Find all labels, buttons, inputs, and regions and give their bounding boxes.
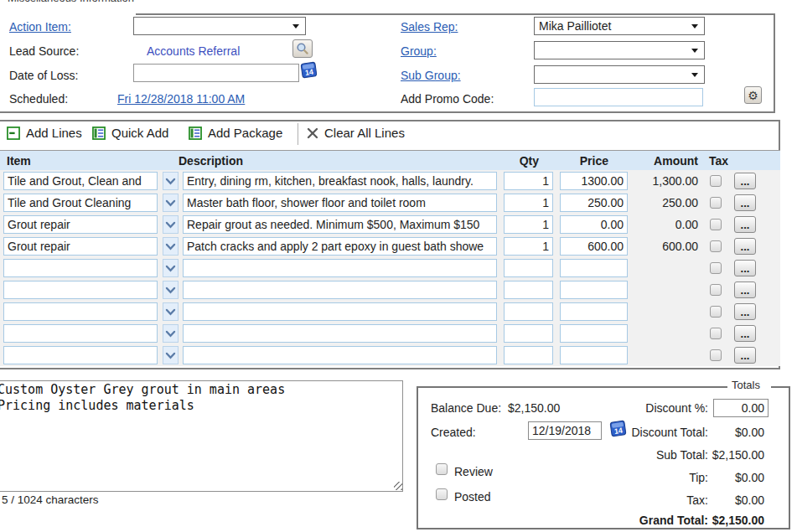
tax-checkbox[interactable] — [710, 349, 722, 361]
item-input[interactable] — [3, 215, 158, 234]
action-item-select[interactable] — [133, 17, 306, 35]
item-input[interactable] — [3, 346, 158, 364]
price-input[interactable] — [560, 237, 628, 256]
tax-checkbox[interactable] — [710, 328, 722, 339]
notes-char-count: 5 / 1024 characters — [2, 493, 99, 506]
row-options-button[interactable]: ... — [734, 281, 756, 298]
group-select[interactable] — [534, 41, 705, 59]
item-input[interactable] — [3, 237, 158, 256]
review-label: Review — [454, 465, 493, 478]
description-input[interactable] — [183, 302, 497, 321]
item-input[interactable] — [3, 259, 158, 277]
scheduled-label: Scheduled: — [9, 92, 68, 106]
tax-checkbox[interactable] — [710, 306, 722, 318]
add-package-button[interactable]: Add Package — [189, 126, 282, 140]
promo-code-options-button[interactable]: ⚙ — [744, 86, 762, 104]
tax-checkbox[interactable] — [710, 219, 722, 230]
description-input[interactable] — [183, 259, 497, 277]
sub-group-select[interactable] — [534, 65, 705, 84]
price-input[interactable] — [560, 302, 628, 321]
item-dropdown-button[interactable] — [163, 346, 179, 364]
row-options-button[interactable]: ... — [734, 325, 756, 342]
description-input[interactable] — [183, 324, 497, 343]
item-dropdown-button[interactable] — [163, 302, 179, 321]
lead-source-value-link[interactable]: Accounts Referral — [147, 44, 240, 58]
qty-input[interactable] — [504, 281, 553, 299]
tax-checkbox[interactable] — [710, 197, 722, 209]
sub-group-label[interactable]: Sub Group: — [401, 69, 461, 82]
qty-input[interactable] — [504, 346, 553, 364]
item-dropdown-button[interactable] — [163, 324, 179, 343]
add-lines-label: Add Lines — [26, 126, 82, 140]
row-options-button[interactable]: ... — [734, 303, 756, 320]
item-input[interactable] — [3, 324, 158, 343]
tax-checkbox[interactable] — [710, 175, 722, 187]
tax-checkbox[interactable] — [710, 240, 722, 252]
discount-pct-input[interactable] — [713, 399, 769, 417]
item-dropdown-button[interactable] — [163, 237, 179, 256]
notes-textarea[interactable]: Custom Oyster Grey grout in main areas P… — [0, 380, 403, 492]
qty-input[interactable] — [504, 172, 553, 190]
qty-input[interactable] — [504, 237, 553, 256]
clear-all-lines-label: Clear All Lines — [324, 126, 405, 140]
qty-input[interactable] — [504, 215, 553, 234]
add-lines-button[interactable]: Add Lines — [7, 126, 82, 140]
date-of-loss-input[interactable] — [133, 64, 299, 82]
posted-checkbox[interactable] — [436, 488, 448, 500]
price-input[interactable] — [560, 215, 628, 234]
group-label[interactable]: Group: — [401, 44, 437, 58]
description-input[interactable] — [183, 172, 497, 190]
quick-add-button[interactable]: Quick Add — [92, 126, 168, 140]
table-row: ... — [0, 301, 780, 323]
totals-legend: Totals — [732, 379, 760, 391]
row-options-button[interactable]: ... — [734, 347, 756, 364]
review-checkbox[interactable] — [436, 463, 448, 475]
item-input[interactable] — [3, 172, 158, 190]
promo-code-input[interactable] — [534, 88, 703, 106]
item-input[interactable] — [3, 194, 158, 212]
chevron-down-icon — [165, 221, 176, 229]
price-input[interactable] — [560, 194, 628, 212]
item-dropdown-button[interactable] — [163, 259, 179, 277]
chevron-down-icon — [165, 308, 176, 316]
lead-source-search-button[interactable] — [292, 39, 313, 58]
tax-checkbox[interactable] — [710, 262, 722, 274]
row-options-button[interactable]: ... — [734, 194, 756, 211]
scheduled-value-link[interactable]: Fri 12/28/2018 11:00 AM — [117, 92, 245, 106]
qty-input[interactable] — [504, 324, 553, 343]
price-input[interactable] — [560, 324, 628, 343]
discount-total-value: $0.00 — [706, 426, 764, 439]
price-input[interactable] — [560, 172, 628, 190]
sales-rep-label[interactable]: Sales Rep: — [401, 20, 458, 34]
description-input[interactable] — [183, 346, 497, 364]
row-options-button[interactable]: ... — [734, 260, 756, 276]
row-options-button[interactable]: ... — [734, 238, 756, 255]
row-options-button[interactable]: ... — [734, 173, 756, 189]
item-dropdown-button[interactable] — [163, 194, 179, 212]
price-input[interactable] — [560, 281, 628, 299]
date-of-loss-calendar-button[interactable]: 14 — [300, 61, 318, 81]
description-input[interactable] — [183, 281, 497, 299]
item-dropdown-button[interactable] — [163, 281, 179, 299]
qty-input[interactable] — [504, 259, 553, 277]
price-input[interactable] — [560, 346, 628, 364]
description-input[interactable] — [183, 237, 497, 256]
item-dropdown-button[interactable] — [163, 172, 179, 190]
row-options-button[interactable]: ... — [734, 216, 756, 233]
item-dropdown-button[interactable] — [163, 215, 179, 234]
table-row: ... — [0, 344, 780, 366]
qty-input[interactable] — [504, 194, 553, 212]
description-input[interactable] — [183, 194, 497, 212]
item-input[interactable] — [3, 281, 158, 299]
chevron-down-icon — [165, 178, 176, 185]
description-input[interactable] — [183, 215, 497, 234]
qty-input[interactable] — [504, 302, 553, 321]
price-input[interactable] — [560, 259, 628, 277]
textarea-resize-handle[interactable] — [394, 482, 402, 490]
action-item-label[interactable]: Action Item: — [9, 20, 71, 34]
tax-checkbox[interactable] — [710, 284, 722, 296]
amount-value: 1,300.00 — [619, 174, 698, 188]
item-input[interactable] — [3, 302, 158, 321]
clear-all-lines-button[interactable]: Clear All Lines — [307, 126, 405, 140]
sales-rep-select[interactable]: Mika Pailliotet — [534, 17, 705, 35]
